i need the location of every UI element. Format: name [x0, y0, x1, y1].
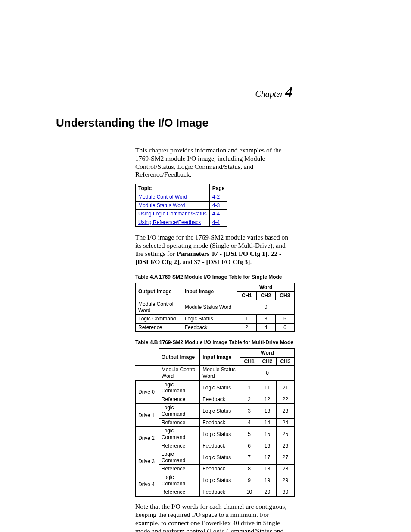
topic-link[interactable]: Using Reference/Feedback: [138, 219, 201, 225]
th-ch3: CH3: [275, 292, 294, 300]
page-title: Understanding the I/O Image: [56, 116, 295, 130]
paragraph-3: Note that the I/O words for each channel…: [135, 503, 295, 532]
th-word: Word: [237, 283, 295, 292]
th-output: Output Image: [159, 349, 199, 366]
th-drive-blank: [136, 349, 159, 366]
topic-row: Using Reference/Feedback 4-4: [136, 218, 227, 227]
table-row: Drive 3Logic CommandLogic Status71727: [136, 450, 295, 465]
topic-header-topic: Topic: [136, 184, 210, 193]
topic-link[interactable]: Module Control Word: [138, 194, 187, 200]
drive-label: Drive 1: [136, 404, 159, 427]
th-ch1: CH1: [237, 292, 256, 300]
th-ch3: CH3: [277, 357, 295, 366]
chapter-header: Chapter4: [255, 84, 293, 100]
table-row: Module Control Word Module Status Word 0: [136, 300, 295, 314]
table-b: Output Image Input Image Word CH1 CH2 CH…: [135, 348, 295, 497]
table-row: Reference Feedback 2 4 6: [136, 323, 295, 332]
th-ch1: CH1: [240, 357, 258, 366]
header-rule: [56, 103, 295, 103]
th-output: Output Image: [136, 283, 182, 300]
table-row: Drive 4Logic CommandLogic Status91929: [136, 473, 295, 488]
topic-table: Topic Page Module Control Word 4-2 Modul…: [135, 184, 227, 227]
th-input: Input Image: [182, 283, 237, 300]
table-row: ReferenceFeedback21222: [136, 395, 295, 404]
table-row: Drive 2Logic CommandLogic Status51525: [136, 427, 295, 442]
th-word: Word: [240, 349, 295, 358]
table-row: ReferenceFeedback81828: [136, 465, 295, 473]
topic-row: Using Logic Command/Status 4-4: [136, 210, 227, 218]
drive-label: Drive 0: [136, 380, 159, 404]
th-input: Input Image: [200, 349, 240, 366]
table-a-caption: Table 4.A 1769-SM2 Module I/O Image Tabl…: [135, 274, 295, 280]
th-ch2: CH2: [256, 292, 275, 300]
topic-row: Module Control Word 4-2: [136, 193, 227, 201]
topic-page-link[interactable]: 4-4: [212, 211, 220, 217]
table-row: Module Control Word Module Status Word 0: [136, 366, 295, 380]
table-row: Drive 0Logic CommandLogic Status11121: [136, 380, 295, 395]
intro-paragraph: This chapter provides information and ex…: [135, 146, 295, 179]
chapter-number: 4: [285, 84, 293, 100]
drive-label: Drive 3: [136, 450, 159, 473]
topic-link[interactable]: Using Logic Command/Status: [138, 211, 207, 217]
table-a: Output Image Input Image Word CH1 CH2 CH…: [135, 283, 295, 332]
paragraph-2: The I/O image for the 1769-SM2 module va…: [135, 233, 295, 266]
topic-row: Module Status Word 4-3: [136, 201, 227, 210]
table-row: ReferenceFeedback41424: [136, 418, 295, 427]
drive-label: Drive 4: [136, 473, 159, 497]
table-row: Drive 1Logic CommandLogic Status31323: [136, 404, 295, 418]
table-row: ReferenceFeedback102030: [136, 488, 295, 497]
table-row: Logic Command Logic Status 1 3 5: [136, 315, 295, 324]
topic-header-page: Page: [209, 184, 227, 193]
table-b-caption: Table 4.B 1769-SM2 Module I/O Image Tabl…: [135, 339, 295, 346]
topic-page-link[interactable]: 4-4: [212, 219, 220, 225]
topic-page-link[interactable]: 4-2: [212, 194, 220, 200]
drive-label: Drive 2: [136, 427, 159, 450]
chapter-label: Chapter: [255, 89, 283, 99]
topic-link[interactable]: Module Status Word: [138, 202, 185, 208]
topic-page-link[interactable]: 4-3: [212, 202, 220, 208]
th-ch2: CH2: [258, 357, 277, 366]
table-row: ReferenceFeedback61626: [136, 442, 295, 450]
